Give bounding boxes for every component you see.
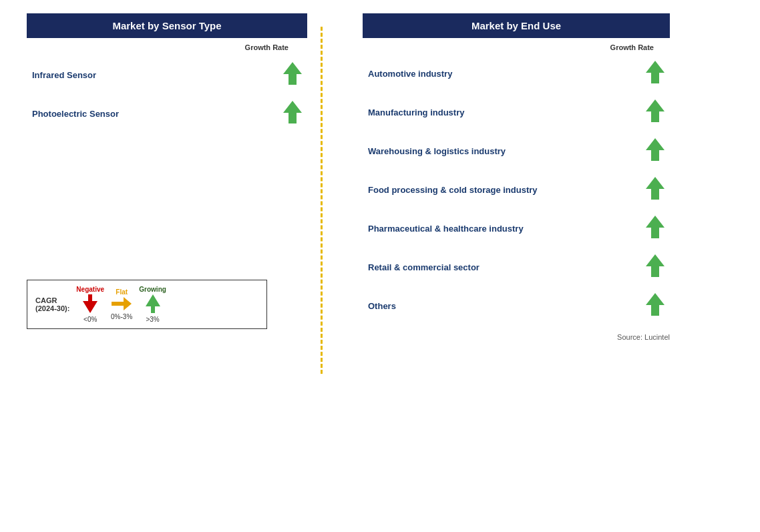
pharma-label: Pharmaceutical & healthcare industry bbox=[368, 224, 646, 234]
food-processing-label: Food processing & cold storage industry bbox=[368, 185, 646, 195]
food-arrow-icon bbox=[646, 177, 664, 202]
list-item: Pharmaceutical & healthcare industry bbox=[363, 209, 670, 248]
flat-range: 0%-3% bbox=[111, 313, 132, 320]
right-panel-header: Market by End Use bbox=[363, 13, 670, 38]
warehousing-arrow-icon bbox=[646, 138, 664, 164]
legend-growing: Growing >3% bbox=[139, 286, 166, 323]
list-item: Automotive industry bbox=[363, 54, 670, 93]
svg-marker-11 bbox=[646, 293, 664, 316]
photoelectric-arrow-icon bbox=[283, 101, 302, 126]
svg-marker-4 bbox=[146, 294, 160, 313]
svg-marker-0 bbox=[283, 62, 302, 85]
flat-label: Flat bbox=[116, 288, 128, 296]
panel-divider bbox=[321, 27, 323, 374]
svg-marker-6 bbox=[646, 99, 664, 122]
growing-range: >3% bbox=[146, 316, 159, 323]
manufacturing-label: Manufacturing industry bbox=[368, 107, 646, 117]
growing-arrow-icon bbox=[146, 294, 160, 314]
list-item: Photoelectric Sensor bbox=[27, 94, 307, 133]
legend-box: CAGR(2024-30): Negative <0% Flat 0%-3% bbox=[27, 280, 267, 329]
pharma-arrow-icon bbox=[646, 216, 664, 241]
cagr-label: CAGR(2024-30): bbox=[35, 296, 69, 312]
negative-range: <0% bbox=[83, 316, 97, 323]
svg-marker-5 bbox=[646, 61, 664, 83]
others-arrow-icon bbox=[646, 293, 664, 318]
growing-label: Growing bbox=[139, 286, 166, 293]
list-item: Warehousing & logistics industry bbox=[363, 131, 670, 170]
infrared-sensor-label: Infrared Sensor bbox=[32, 70, 283, 80]
list-item: Food processing & cold storage industry bbox=[363, 170, 670, 209]
svg-marker-2 bbox=[83, 294, 98, 313]
left-panel: Market by Sensor Type Growth Rate Infrar… bbox=[27, 13, 307, 519]
legend-negative: Negative <0% bbox=[76, 286, 104, 323]
legend-flat: Flat 0%-3% bbox=[111, 288, 132, 320]
list-item: Manufacturing industry bbox=[363, 93, 670, 131]
retail-arrow-icon bbox=[646, 254, 664, 280]
svg-marker-9 bbox=[646, 216, 664, 238]
svg-marker-8 bbox=[646, 177, 664, 200]
left-growth-rate-label: Growth Rate bbox=[27, 43, 307, 51]
list-item: Infrared Sensor bbox=[27, 55, 307, 94]
automotive-label: Automotive industry bbox=[368, 69, 646, 79]
others-label: Others bbox=[368, 301, 646, 311]
warehousing-label: Warehousing & logistics industry bbox=[368, 146, 646, 156]
svg-marker-3 bbox=[112, 297, 132, 310]
automotive-arrow-icon bbox=[646, 61, 664, 86]
negative-label: Negative bbox=[76, 286, 104, 293]
infrared-arrow-icon bbox=[283, 62, 302, 87]
list-item: Others bbox=[363, 286, 670, 325]
photoelectric-sensor-label: Photoelectric Sensor bbox=[32, 109, 283, 119]
right-panel: Market by End Use Growth Rate Automotive… bbox=[363, 13, 670, 519]
manufacturing-arrow-icon bbox=[646, 99, 664, 125]
left-panel-header: Market by Sensor Type bbox=[27, 13, 307, 38]
svg-marker-10 bbox=[646, 254, 664, 277]
retail-label: Retail & commercial sector bbox=[368, 262, 646, 272]
source-text: Source: Lucintel bbox=[363, 333, 670, 341]
svg-marker-7 bbox=[646, 138, 664, 161]
right-growth-rate-label: Growth Rate bbox=[363, 43, 670, 51]
flat-arrow-icon bbox=[112, 297, 132, 312]
list-item: Retail & commercial sector bbox=[363, 248, 670, 286]
negative-arrow-icon bbox=[83, 294, 98, 314]
svg-marker-1 bbox=[283, 101, 302, 123]
